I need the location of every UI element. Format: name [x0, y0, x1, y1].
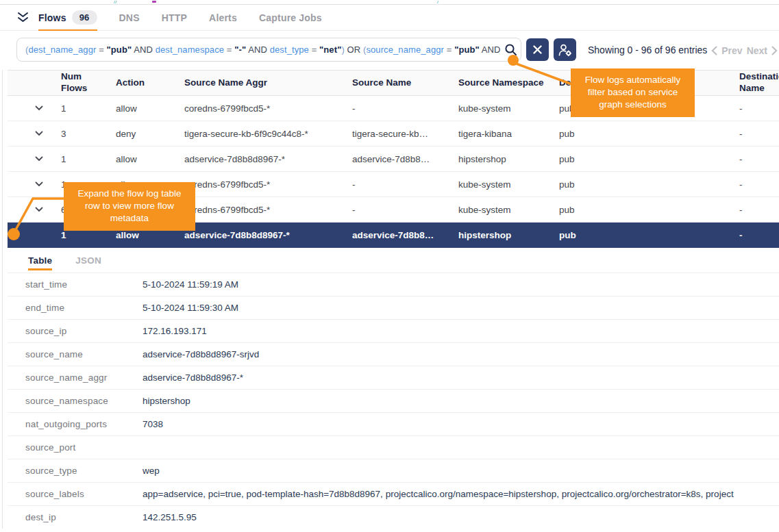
column-header: Num Flows — [61, 71, 116, 94]
query-segment: = — [444, 45, 454, 55]
query-segment: source_name_aggr — [366, 45, 444, 55]
table-cell: adservice-7d8b8d8967-* — [184, 230, 352, 240]
table-cell: - — [739, 230, 779, 240]
tab-http[interactable]: HTTP — [162, 5, 187, 31]
collapse-panel-icon[interactable] — [14, 9, 32, 27]
clipped-ui-fragment — [152, 1, 156, 3]
detail-value: app=adservice, pci=true, pod-template-ha… — [143, 489, 779, 499]
query-segment: AND — [246, 45, 269, 55]
row-expand-cell — [8, 105, 61, 111]
table-cell: tigera-secure-kb-6f9c9c44c8-* — [184, 129, 352, 139]
table-cell: adservice-7d8b8d8967-* — [184, 154, 352, 164]
detail-row: source_port — [8, 435, 779, 459]
tab-flows[interactable]: Flows96 — [38, 5, 97, 31]
table-cell: pub — [559, 129, 739, 139]
detail-key: source_ip — [8, 326, 143, 336]
table-cell: pub — [559, 179, 739, 190]
query-segment: AND — [132, 45, 155, 55]
table-cell: allow — [116, 103, 184, 114]
entries-count: Showing 0 - 96 of 96 entries — [588, 31, 707, 70]
row-expand-cell — [8, 156, 61, 162]
filter-query-input[interactable]: (dest_name_aggr = "pub" AND dest_namespa… — [16, 38, 521, 62]
table-cell: - — [352, 179, 458, 190]
tab-label: Capture Jobs — [259, 12, 322, 23]
column-header: Source Namespace — [458, 77, 559, 89]
chevron-down-icon[interactable] — [35, 131, 43, 136]
next-chevron-icon[interactable] — [771, 46, 778, 55]
query-segment: dest_type — [270, 45, 309, 55]
user-settings-button[interactable] — [554, 38, 576, 61]
table-cell: coredns-6799fbcd5-* — [184, 205, 352, 215]
detail-value: adservice-7d8b8d8967-* — [143, 372, 779, 383]
query-segment: dest_namespace — [156, 45, 224, 55]
query-segment: "pub" — [107, 45, 132, 55]
table-cell: - — [739, 179, 779, 190]
detail-row: end_time5-10-2024 11:59:30 AM — [8, 296, 779, 319]
query-segment: "-" — [234, 45, 246, 55]
flows-table: Num FlowsActionSource Name AggrSource Na… — [2, 70, 779, 529]
tooltip-expand-callout: Expand the flow log table row to view mo… — [64, 182, 195, 231]
detail-row: source_namespacehipstershop — [8, 389, 779, 412]
detail-row: source_labelsapp=adservice, pci=true, po… — [8, 482, 779, 505]
detail-key: source_type — [8, 466, 143, 476]
tab-capture-jobs[interactable]: Capture Jobs — [259, 5, 322, 31]
tab-label: HTTP — [162, 12, 187, 23]
detail-value: hipstershop — [143, 396, 779, 406]
query-segment: = — [309, 45, 319, 55]
tab-dns[interactable]: DNS — [119, 5, 140, 31]
detail-tab-bar: Table JSON — [8, 248, 779, 273]
chevron-down-icon[interactable] — [35, 207, 43, 212]
detail-row: start_time5-10-2024 11:59:19 AM — [8, 273, 779, 296]
table-cell: coredns-6799fbcd5-* — [184, 179, 352, 190]
tab-label: Alerts — [209, 12, 237, 23]
table-cell: tigera-secure-kb… — [352, 129, 458, 139]
detail-tab-table[interactable]: Table — [28, 248, 52, 273]
filter-toolbar: (dest_name_aggr = "pub" AND dest_namespa… — [0, 31, 779, 70]
table-cell: 1 — [61, 103, 116, 114]
chevron-down-icon[interactable] — [35, 181, 43, 187]
detail-row: source_typewep — [8, 459, 779, 482]
detail-value: 172.16.193.171 — [143, 326, 779, 336]
tab-alerts[interactable]: Alerts — [209, 5, 237, 31]
table-cell: - — [739, 205, 779, 215]
table-cell: pub — [559, 230, 739, 240]
detail-value: 5-10-2024 11:59:30 AM — [143, 303, 779, 313]
table-cell: 3 — [61, 129, 116, 139]
pagination: Prev Next — [711, 31, 778, 70]
table-row[interactable]: 3denytigera-secure-kb-6f9c9c44c8-*tigera… — [8, 121, 779, 147]
detail-key: start_time — [8, 279, 143, 290]
search-icon[interactable] — [500, 43, 521, 56]
detail-tab-json[interactable]: JSON — [75, 248, 101, 273]
table-cell: coredns-6799fbcd5-* — [184, 103, 352, 114]
query-segment: AND — [480, 45, 500, 55]
table-cell: deny — [116, 129, 184, 139]
table-cell: - — [352, 205, 458, 215]
next-button[interactable]: Next — [747, 45, 767, 56]
prev-chevron-icon[interactable] — [711, 46, 717, 55]
detail-key: source_labels — [8, 489, 143, 499]
prev-button[interactable]: Prev — [721, 45, 742, 56]
column-header: Source Name Aggr — [184, 77, 352, 89]
tab-label: DNS — [119, 12, 140, 23]
tooltip-filter-callout: Flow logs automatically filter based on … — [571, 68, 695, 117]
detail-key: source_name_aggr — [8, 372, 143, 383]
row-expand-cell — [8, 131, 61, 136]
detail-key: nat_outgoing_ports — [8, 419, 143, 429]
detail-value: wep — [143, 466, 779, 476]
table-cell: 1 — [61, 154, 116, 164]
clipped-ui-fragment: / — [437, 1, 442, 3]
clipped-ui-fragment: // — [114, 1, 121, 3]
detail-row: dest_ip142.251.5.95 — [8, 505, 779, 529]
table-row[interactable]: 1allowadservice-7d8b8d8967-*adservice-7d… — [8, 147, 779, 172]
clear-filter-button[interactable] — [526, 38, 549, 61]
tab-list: Flows96DNSHTTPAlertsCapture Jobs — [38, 5, 344, 31]
detail-value: 7038 — [143, 419, 779, 429]
table-cell: - — [739, 103, 779, 114]
row-expand-cell — [8, 207, 61, 212]
chevron-down-icon[interactable] — [35, 156, 43, 162]
table-cell: kube-system — [458, 103, 559, 114]
table-cell: pub — [559, 154, 739, 164]
chevron-down-icon[interactable] — [35, 105, 43, 111]
tab-count-badge: 96 — [72, 10, 97, 25]
column-header: Source Name — [352, 77, 458, 89]
